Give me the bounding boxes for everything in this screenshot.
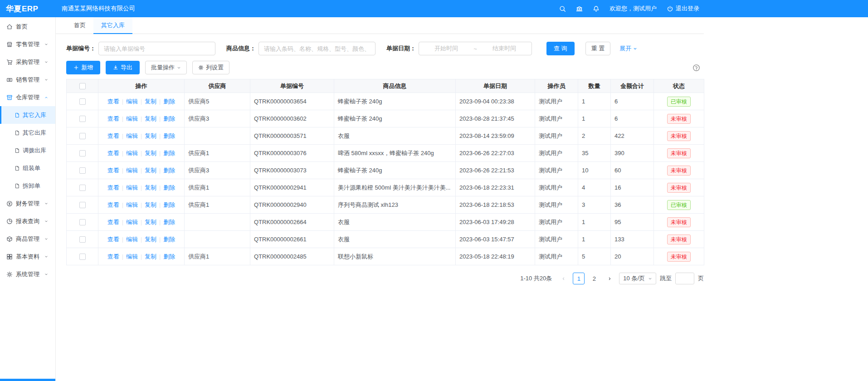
sidebar-subitem-disassembly-order[interactable]: 拆卸单 [0, 177, 55, 195]
action-view-link[interactable]: 查看 [107, 167, 119, 174]
column-header: 金额合计 [611, 79, 654, 93]
action-delete-link[interactable]: 删除 [163, 115, 175, 122]
tab-other-inbound[interactable]: 其它入库 [93, 17, 132, 34]
next-page-button[interactable] [604, 273, 615, 284]
action-edit-link[interactable]: 编辑 [126, 132, 138, 139]
action-view-link[interactable]: 查看 [107, 184, 119, 191]
action-copy-link[interactable]: 复制 [145, 98, 156, 105]
action-copy-link[interactable]: 复制 [145, 150, 156, 156]
page-button-1[interactable]: 1 [573, 273, 585, 284]
action-edit-link[interactable]: 编辑 [126, 167, 138, 174]
action-edit-link[interactable]: 编辑 [126, 184, 138, 191]
action-copy-link[interactable]: 复制 [145, 253, 156, 260]
row-checkbox[interactable] [79, 98, 86, 105]
action-edit-link[interactable]: 编辑 [126, 236, 138, 243]
row-checkbox[interactable] [79, 185, 86, 191]
doc-date-cell: 2023-06-26 22:21:53 [456, 162, 535, 179]
row-checkbox[interactable] [79, 150, 86, 156]
sidebar-item-goods[interactable]: 商品管理 [0, 230, 55, 248]
action-copy-link[interactable]: 复制 [145, 115, 156, 122]
sidebar-item-basic-data[interactable]: 基本资料 [0, 248, 55, 265]
bell-icon[interactable] [593, 5, 600, 12]
sidebar-subitem-other-outbound[interactable]: 其它出库 [0, 124, 55, 142]
action-delete-link[interactable]: 删除 [163, 236, 175, 243]
action-edit-link[interactable]: 编辑 [126, 150, 138, 156]
action-view-link[interactable]: 查看 [107, 236, 119, 243]
row-checkbox[interactable] [79, 116, 86, 122]
add-button[interactable]: 新增 [66, 61, 100, 74]
doc-date-cell: 2023-08-14 23:59:09 [456, 127, 535, 145]
page-button-2[interactable]: 2 [588, 273, 600, 284]
action-delete-link[interactable]: 删除 [163, 167, 175, 174]
row-checkbox[interactable] [79, 133, 86, 139]
help-icon[interactable] [692, 64, 700, 72]
action-view-link[interactable]: 查看 [107, 253, 119, 260]
action-edit-link[interactable]: 编辑 [126, 98, 138, 105]
tab-home[interactable]: 首页 [66, 17, 93, 34]
action-view-link[interactable]: 查看 [107, 115, 119, 122]
action-view-link[interactable]: 查看 [107, 132, 119, 139]
bank-icon[interactable] [576, 5, 583, 12]
sidebar-subitem-other-inbound[interactable]: 其它入库 [0, 106, 55, 124]
sidebar-item-report[interactable]: 报表查询 [0, 212, 55, 230]
doc-no-cell: QTRK00000003654 [250, 93, 334, 110]
action-view-link[interactable]: 查看 [107, 219, 119, 225]
sidebar-subitem-assembly-order[interactable]: 组装单 [0, 159, 55, 177]
reset-button[interactable]: 重 置 [585, 42, 611, 55]
action-delete-link[interactable]: 删除 [163, 184, 175, 191]
sidebar-subitem-transfer-outbound[interactable]: 调拨出库 [0, 142, 55, 159]
page-size-select[interactable]: 10 条/页 [619, 273, 656, 284]
date-range-picker[interactable]: 开始时间 ~ 结束时间 [419, 42, 532, 55]
jump-page-input[interactable] [675, 273, 694, 284]
action-delete-link[interactable]: 删除 [163, 150, 175, 156]
action-view-link[interactable]: 查看 [107, 201, 119, 208]
action-copy-link[interactable]: 复制 [145, 167, 156, 174]
sidebar-item-system[interactable]: 系统管理 [0, 265, 55, 283]
action-separator: | [122, 185, 123, 191]
action-view-link[interactable]: 查看 [107, 150, 119, 156]
action-delete-link[interactable]: 删除 [163, 219, 175, 225]
export-button[interactable]: 导出 [106, 61, 140, 74]
select-all-checkbox[interactable] [79, 83, 86, 89]
operator-cell: 测试用户 [535, 145, 578, 162]
action-copy-link[interactable]: 复制 [145, 184, 156, 191]
action-edit-link[interactable]: 编辑 [126, 201, 138, 208]
action-edit-link[interactable]: 编辑 [126, 253, 138, 260]
action-separator: | [159, 167, 161, 174]
row-checkbox[interactable] [79, 219, 86, 225]
action-copy-link[interactable]: 复制 [145, 201, 156, 208]
doc-no-input[interactable] [98, 42, 215, 55]
row-checkbox[interactable] [79, 167, 86, 174]
product-info-input[interactable] [258, 42, 375, 55]
column-settings-button[interactable]: 列设置 [192, 61, 229, 74]
action-delete-link[interactable]: 删除 [163, 98, 175, 105]
sidebar-item-warehouse[interactable]: 仓库管理 [0, 88, 55, 106]
logout-button[interactable]: 退出登录 [667, 5, 699, 13]
row-checkbox[interactable] [79, 254, 86, 260]
row-checkbox[interactable] [79, 202, 86, 208]
batch-operations-button[interactable]: 批量操作 [145, 61, 187, 74]
column-header: 商品信息 [334, 79, 456, 93]
action-copy-link[interactable]: 复制 [145, 132, 156, 139]
action-view-link[interactable]: 查看 [107, 98, 119, 105]
action-copy-link[interactable]: 复制 [145, 219, 156, 225]
action-edit-link[interactable]: 编辑 [126, 115, 138, 122]
chevron-up-icon [44, 96, 48, 99]
sidebar-item-home[interactable]: 首页 [0, 18, 55, 35]
sidebar-item-purchase[interactable]: 采购管理 [0, 53, 55, 71]
sidebar-item-retail[interactable]: 零售管理 [0, 35, 55, 53]
row-checkbox[interactable] [79, 236, 86, 243]
action-edit-link[interactable]: 编辑 [126, 219, 138, 225]
action-delete-link[interactable]: 删除 [163, 253, 175, 260]
prev-page-button[interactable] [557, 273, 569, 284]
search-button[interactable]: 查 询 [546, 42, 575, 55]
sidebar-subitem-label: 其它入库 [23, 111, 46, 119]
action-copy-link[interactable]: 复制 [145, 236, 156, 243]
action-delete-link[interactable]: 删除 [163, 201, 175, 208]
action-delete-link[interactable]: 删除 [163, 132, 175, 139]
expand-link[interactable]: 展开 [619, 44, 637, 53]
sidebar-item-sales[interactable]: 销售管理 [0, 71, 55, 88]
status-badge: 未审核 [667, 252, 691, 262]
search-icon[interactable] [559, 5, 566, 12]
sidebar-item-finance[interactable]: 财务管理 [0, 195, 55, 212]
